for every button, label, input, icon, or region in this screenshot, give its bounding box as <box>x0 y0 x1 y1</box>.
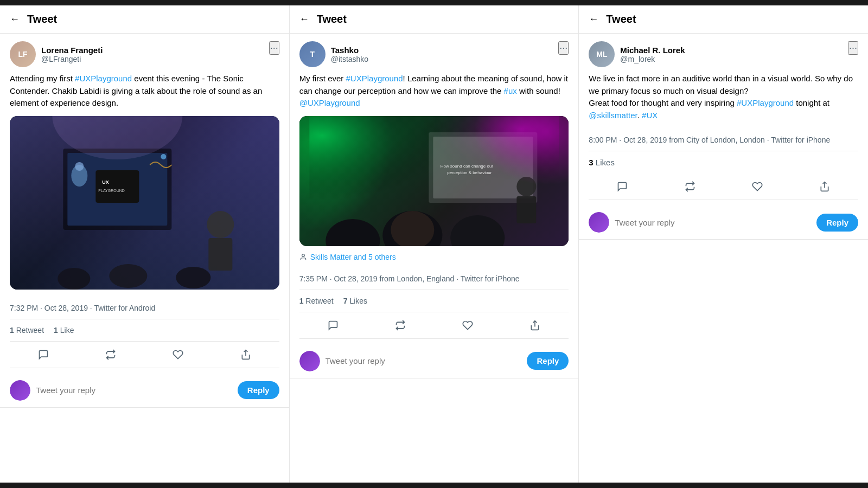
like-action-1[interactable] <box>165 345 191 364</box>
avatar-lorena[interactable]: LF <box>10 41 36 67</box>
username-lorena: @LFrangeti <box>41 55 103 63</box>
hashtag-uxplayground-1[interactable]: #UXPlayground <box>75 74 132 83</box>
retweet-action-3[interactable] <box>677 177 703 196</box>
speaker-body <box>208 238 232 271</box>
share-icon-3 <box>819 181 830 192</box>
hashtag-ux-2[interactable]: #ux <box>504 86 517 95</box>
hashtag-uxplayground-2[interactable]: #UXPlayground <box>346 74 403 83</box>
reply-avatar-inner-2 <box>299 351 320 371</box>
like-icon-3 <box>752 181 763 192</box>
reply-action-3[interactable] <box>609 177 635 196</box>
reply-icon-3 <box>617 181 628 192</box>
share-action-3[interactable] <box>812 177 838 196</box>
tweet-timestamp-2: 7:35 PM · Oct 28, 2019 from London, Engl… <box>299 274 569 283</box>
like-action-3[interactable] <box>744 177 770 196</box>
back-arrow-1[interactable]: ← <box>10 14 20 25</box>
svg-point-1 <box>302 254 304 256</box>
retweet-icon-3 <box>685 181 695 192</box>
share-icon-2 <box>529 320 540 331</box>
reply-button-3[interactable]: Reply <box>816 214 858 232</box>
audience-3 <box>176 267 210 288</box>
column-header-1: ← Tweet <box>0 5 289 34</box>
reply-button-1[interactable]: Reply <box>238 381 279 399</box>
speaker-head <box>207 211 234 238</box>
tweet-meta-2: 7:35 PM · Oct 28, 2019 from London, Engl… <box>290 274 579 344</box>
mention-skillsmatter-3[interactable]: @skillsmatter <box>589 111 637 120</box>
reply-input-1[interactable] <box>36 386 232 395</box>
tweet-body-3: ML Michael R. Lorek @m_lorek ··· We live… <box>579 34 868 136</box>
reply-box-3: Reply <box>579 206 868 240</box>
share-icon-1 <box>240 349 251 360</box>
reply-box-2: Reply <box>290 344 579 378</box>
likes-number-3: 3 <box>589 158 593 167</box>
dot-1 <box>161 154 166 159</box>
logo-text-ux: UX <box>102 179 109 185</box>
retweet-action-1[interactable] <box>98 345 124 364</box>
reply-avatar-inner-3 <box>589 212 609 233</box>
reply-box-1: Reply <box>0 374 289 408</box>
tweet-user-row-3: ML Michael R. Lorek @m_lorek ··· <box>589 41 858 67</box>
tashko-image-svg: How sound can change our perception & be… <box>299 116 569 246</box>
tweet-actions-1 <box>10 342 279 368</box>
columns-wrapper: ← Tweet LF Lorena Frangeti @LFrangeti ··… <box>0 5 868 483</box>
reply-input-3[interactable] <box>615 218 811 227</box>
retweet-icon-1 <box>105 349 116 360</box>
user-info-2: T Tashko @itstashko <box>299 41 368 67</box>
tweet-body-2: T Tashko @itstashko ··· My first ever #U… <box>290 34 579 274</box>
tweet-column-3: ← Tweet ML Michael R. Lorek @m_lorek ···… <box>579 5 868 483</box>
reply-avatar-2 <box>299 351 320 371</box>
avatar-tashko[interactable]: T <box>299 41 326 67</box>
likes-label-3: Likes <box>596 158 615 167</box>
logo-box <box>95 170 139 203</box>
user-names-tashko: Tashko @itstashko <box>331 46 368 63</box>
tweet-meta-1: 7:32 PM · Oct 28, 2019 · Twitter for And… <box>0 304 289 374</box>
share-action-1[interactable] <box>233 345 259 364</box>
column-title-1: Tweet <box>27 13 57 25</box>
column-title-3: Tweet <box>606 13 636 25</box>
screen-text-1: How sound can change our <box>440 164 493 169</box>
more-button-1[interactable]: ··· <box>269 41 279 55</box>
user-names-michael: Michael R. Lorek @m_lorek <box>620 46 685 63</box>
tweet-image-lorena: UX PLAYGROUND <box>10 116 279 290</box>
tweet-image-tashko: How sound can change our perception & be… <box>299 116 569 246</box>
audience-1 <box>58 268 90 290</box>
hashtag-uxplayground-3[interactable]: #UXPlayground <box>737 98 794 107</box>
person-icon-2 <box>299 253 307 261</box>
reply-button-2[interactable]: Reply <box>527 352 569 370</box>
audience-2 <box>109 264 147 288</box>
retweet-count-2: 1 Retweet <box>299 297 334 305</box>
more-button-3[interactable]: ··· <box>848 41 858 55</box>
tweet-image-lorena-inner: UX PLAYGROUND <box>10 116 279 290</box>
reply-icon-2 <box>328 320 339 331</box>
avatar-placeholder-tashko: T <box>299 41 326 67</box>
hashtag-ux-3[interactable]: #UX <box>642 111 658 120</box>
reply-action-1[interactable] <box>30 345 56 364</box>
lorena-image-svg: UX PLAYGROUND <box>10 116 279 290</box>
display-name-michael: Michael R. Lorek <box>620 46 685 55</box>
like-count-2: 7 Likes <box>343 297 367 305</box>
avatar-michael[interactable]: ML <box>589 41 615 67</box>
column-title-2: Tweet <box>317 13 347 25</box>
like-icon-1 <box>173 349 183 360</box>
user-names-lorena: Lorena Frangeti @LFrangeti <box>41 46 103 63</box>
like-icon-2 <box>462 320 473 331</box>
likes-count-3: 3 Likes <box>589 151 858 174</box>
reply-input-2[interactable] <box>326 356 522 365</box>
mention-uxplayground-2[interactable]: @UXPlayground <box>299 98 360 107</box>
retweet-action-2[interactable] <box>387 316 413 335</box>
tweet-actions-2 <box>299 312 569 339</box>
tweet-user-row-2: T Tashko @itstashko ··· <box>299 41 569 67</box>
avatar-placeholder-lorena: LF <box>10 41 36 67</box>
more-button-2[interactable]: ··· <box>558 41 569 55</box>
reply-action-2[interactable] <box>320 316 346 335</box>
back-arrow-2[interactable]: ← <box>299 14 309 25</box>
display-name-lorena: Lorena Frangeti <box>41 46 103 55</box>
presenter-head <box>516 177 536 196</box>
back-arrow-3[interactable]: ← <box>589 14 598 25</box>
tweet-column-2: ← Tweet T Tashko @itstashko ··· My first… <box>290 5 579 483</box>
like-action-2[interactable] <box>455 316 481 335</box>
tweet-text-1: Attending my first #UXPlayground event t… <box>10 73 279 110</box>
reply-avatar-3 <box>589 212 609 233</box>
column-header-3: ← Tweet <box>579 5 868 34</box>
share-action-2[interactable] <box>522 316 548 335</box>
